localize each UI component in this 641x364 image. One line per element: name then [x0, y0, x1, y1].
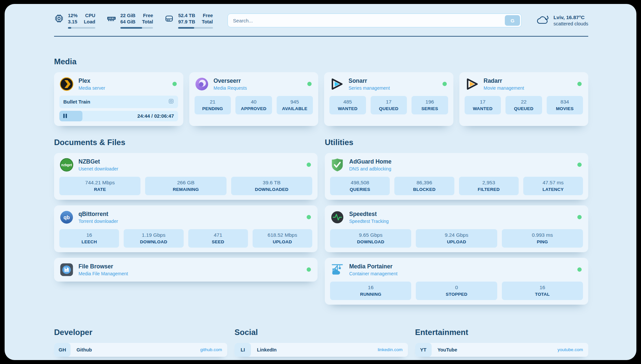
- cpu-percent: 12%: [68, 13, 77, 19]
- ram-free: 22 GiB: [120, 13, 136, 19]
- stat-chip: 744.21 Mbps RATE: [59, 177, 140, 195]
- status-dot: [307, 82, 312, 86]
- section-title-media: Media: [54, 57, 588, 66]
- playback-progress[interactable]: 24:44 / 02:06:47: [59, 111, 178, 121]
- stat-chip: 0.993 ms PING: [502, 229, 583, 248]
- card-media-portainer[interactable]: Media Portainer Container management 16 …: [325, 258, 588, 305]
- card-title: File Browser: [78, 263, 302, 270]
- card-subtitle: Movie management: [484, 85, 573, 91]
- disk-stat: 52.4 TBFree 97.9 TBTotal: [164, 13, 213, 29]
- stat-chip: 2,953 FILTERED: [459, 177, 519, 195]
- status-dot: [443, 82, 447, 86]
- header: 12%CPU 3.15Load 22 GiBFree: [54, 13, 588, 29]
- system-stats: 12%CPU 3.15Load 22 GiBFree: [54, 13, 213, 29]
- card-title: Media Portainer: [349, 263, 573, 270]
- card-subtitle: DNS and adblocking: [349, 166, 573, 171]
- card-subtitle: Media server: [78, 85, 168, 91]
- stat-chip: 0 STOPPED: [416, 282, 497, 300]
- section-developer: Developer GH Github github.com SO StackO…: [54, 328, 227, 360]
- card-nzbget[interactable]: nzbget NZBGet Usenet downloader 74: [54, 153, 318, 200]
- link-github[interactable]: GH Github github.com: [54, 343, 227, 357]
- stat-chip: 196 SERIES: [412, 96, 448, 114]
- stat-chip: 1.19 Gbps DOWNLOAD: [124, 229, 183, 248]
- section-title-documents: Documents & Files: [54, 138, 318, 147]
- card-radarr[interactable]: Radarr Movie management 17 WANTED 22 QUE…: [459, 72, 589, 126]
- card-file-browser[interactable]: File Browser Media File Management: [54, 258, 318, 282]
- section-utilities: Utilities: [325, 138, 588, 305]
- link-linkedin[interactable]: LI LinkedIn linkedin.com: [234, 343, 408, 357]
- ram-free-label: Free: [143, 13, 153, 19]
- card-adguard-home[interactable]: AdGuard Home DNS and adblocking 498,508 …: [325, 153, 588, 200]
- disk-progress-fill: [178, 27, 194, 29]
- stat-chip: 47.57 ms LATENCY: [523, 177, 583, 195]
- ram-progress-fill: [120, 27, 142, 29]
- card-subtitle: Torrent downloader: [78, 219, 302, 224]
- section-social: Social LI LinkedIn linkedin.com TW Twitt…: [234, 328, 408, 360]
- cloud-icon: [536, 14, 549, 27]
- stat-chip: 17 WANTED: [465, 96, 501, 114]
- cpu-progress-fill: [68, 27, 71, 29]
- speedtest-icon: [330, 210, 345, 225]
- stat-chip: 39.6 TB DOWNLOADED: [231, 177, 312, 195]
- video-icon: [168, 98, 174, 106]
- card-title: Overseerr: [214, 77, 303, 84]
- disk-free-label: Free: [203, 13, 213, 19]
- card-subtitle: Media Requests: [214, 85, 303, 91]
- now-playing-row: Bullet Train: [59, 96, 178, 108]
- playback-progress-fill: [59, 111, 82, 121]
- section-title-developer: Developer: [54, 328, 227, 337]
- card-title: Sonarr: [349, 77, 438, 84]
- link-youtube[interactable]: YT YouTube youtube.com: [415, 343, 588, 357]
- weather-condition: scattered clouds: [553, 21, 588, 26]
- cpu-stat: 12%CPU 3.15Load: [54, 13, 95, 29]
- weather-location: Lviv, 16.87°C: [553, 15, 588, 20]
- qbittorrent-icon: qb: [59, 210, 74, 225]
- radarr-icon: [465, 77, 479, 91]
- status-dot: [307, 163, 311, 167]
- card-qbittorrent[interactable]: qb qBittorrent Torrent downloader: [54, 205, 318, 252]
- file-browser-icon: [59, 262, 74, 277]
- portainer-icon: [330, 262, 345, 277]
- status-dot: [577, 267, 582, 272]
- nzbget-icon: nzbget: [59, 158, 74, 172]
- card-overseerr[interactable]: Overseerr Media Requests 21 PENDING 40 A…: [189, 72, 319, 126]
- youtube-abbr-icon: YT: [415, 343, 432, 357]
- card-title: qBittorrent: [78, 211, 302, 218]
- playback-time: 24:44 / 02:06:47: [137, 113, 174, 119]
- svg-text:nzbget: nzbget: [61, 163, 72, 167]
- sonarr-icon: [329, 77, 344, 91]
- search-input[interactable]: [228, 14, 522, 27]
- card-plex[interactable]: Plex Media server Bullet Train: [54, 72, 183, 126]
- stat-chip: 945 AVAILABLE: [277, 96, 313, 114]
- card-subtitle: Media File Management: [78, 271, 302, 276]
- ram-icon: [107, 13, 116, 25]
- stat-chip: 16 LEECH: [59, 229, 119, 248]
- disk-icon: [164, 13, 174, 25]
- cpu-load-label: Load: [84, 19, 95, 25]
- stat-chip: 9.65 Gbps DOWNLOAD: [330, 229, 411, 248]
- card-speedtest[interactable]: Speedtest Speedtest Tracking 9.65 Gbps D…: [325, 205, 588, 252]
- card-title: Speedtest: [349, 211, 573, 218]
- section-entertainment: Entertainment YT YouTube youtube.com NF …: [415, 328, 588, 360]
- cpu-label: CPU: [85, 13, 95, 19]
- stat-chip: 16 RUNNING: [330, 282, 411, 300]
- stat-chip: 86,396 BLOCKED: [394, 177, 454, 195]
- status-dot: [577, 163, 582, 167]
- card-title: NZBGet: [78, 158, 302, 165]
- stat-chip: 471 SEED: [188, 229, 248, 248]
- status-dot: [172, 82, 177, 86]
- stat-chip: 9.24 Gbps UPLOAD: [416, 229, 497, 248]
- ram-total: 64 GiB: [120, 19, 136, 25]
- card-title: Plex: [78, 77, 168, 84]
- cpu-icon: [54, 13, 64, 25]
- card-sonarr[interactable]: Sonarr Series management 485 WANTED 17 Q…: [324, 72, 453, 126]
- dashboard-panel: 12%CPU 3.15Load 22 GiBFree: [5, 4, 636, 360]
- header-divider: [54, 36, 588, 37]
- section-title-utilities: Utilities: [325, 138, 588, 147]
- stat-chip: 22 QUEUED: [505, 96, 542, 114]
- pause-icon[interactable]: [63, 114, 67, 118]
- stat-chip: 17 QUEUED: [371, 96, 407, 114]
- stat-chip: 618.52 Mbps UPLOAD: [253, 229, 312, 248]
- section-title-social: Social: [234, 328, 408, 337]
- search-engine-button[interactable]: G: [505, 15, 520, 26]
